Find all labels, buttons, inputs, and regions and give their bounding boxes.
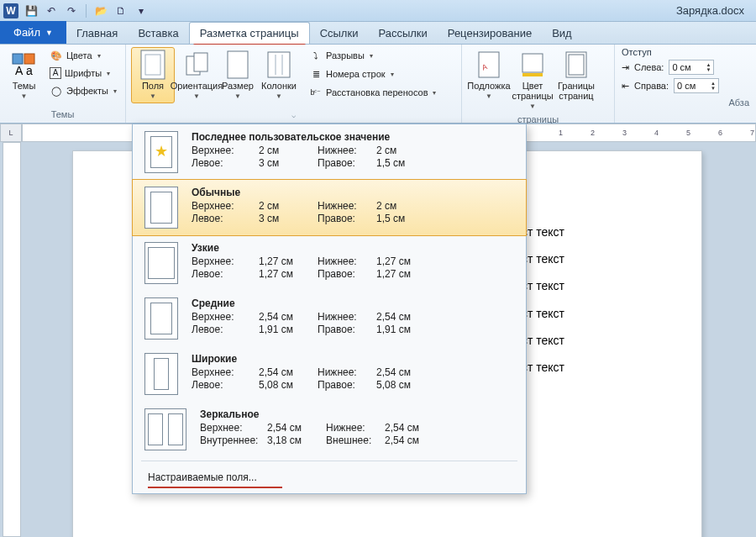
- ruler-number: 6: [718, 129, 722, 137]
- indent-left-icon: ⇥: [622, 62, 629, 73]
- chevron-down-icon: ▾: [107, 70, 110, 77]
- menu-separator: [141, 461, 517, 461]
- theme-colors-button[interactable]: 🎨Цвета▾: [46, 47, 120, 64]
- indent-right-label: Справа:: [634, 81, 669, 91]
- margin-preset-thumb: [144, 131, 178, 173]
- margins-button[interactable]: Поля ▼: [131, 47, 175, 103]
- svg-rect-1: [24, 54, 34, 64]
- group-themes: Aa Темы ▼ 🎨Цвета▾ AШрифты▾ ◯Эффекты▾ Тем…: [0, 45, 126, 123]
- columns-button[interactable]: Колонки ▼: [257, 47, 301, 103]
- margin-preset-values: Верхнее:2 смНижнее:2 смЛевое:3 смПравое:…: [192, 200, 514, 224]
- theme-fonts-button[interactable]: AШрифты▾: [46, 66, 120, 81]
- themes-button[interactable]: Aa Темы ▼: [5, 47, 43, 103]
- size-icon: [223, 50, 252, 79]
- margin-preset-title: Обычные: [192, 187, 514, 198]
- margin-preset-1[interactable]: ОбычныеВерхнее:2 смНижнее:2 смЛевое:3 см…: [132, 179, 527, 236]
- tab-вид[interactable]: Вид: [542, 22, 582, 44]
- indent-right-row: ⇤ Справа: 0 см▲▼: [622, 78, 749, 93]
- save-icon[interactable]: 💾: [24, 3, 39, 18]
- redo-icon[interactable]: ↷: [64, 3, 79, 18]
- margins-dropdown-menu: Последнее пользовательское значениеВерхн…: [132, 124, 527, 494]
- watermark-icon: A: [475, 50, 503, 79]
- underline-highlight: [148, 487, 282, 488]
- margin-preset-info: Последнее пользовательское значениеВерхн…: [192, 131, 514, 173]
- margin-preset-5[interactable]: ЗеркальноеВерхнее:2,54 смНижнее:2,54 смВ…: [133, 402, 526, 457]
- chevron-down-icon: ▾: [113, 87, 117, 95]
- indent-title: Отступ: [622, 47, 749, 57]
- vertical-ruler[interactable]: [3, 142, 21, 537]
- ribbon-tabs: Файл▼ ГлавнаяВставкаРазметка страницыСсы…: [0, 22, 756, 45]
- margin-preset-3[interactable]: СредниеВерхнее:2,54 смНижнее:2,54 смЛево…: [133, 291, 526, 346]
- page-color-icon: [518, 50, 547, 79]
- tab-file[interactable]: Файл▼: [0, 21, 66, 44]
- tab-главная[interactable]: Главная: [66, 22, 128, 44]
- title-bar: W 💾 ↶ ↷ 📂 🗋 ▾ Зарядка.docx: [0, 0, 756, 22]
- new-icon[interactable]: 🗋: [113, 3, 129, 18]
- margin-preset-info: УзкиеВерхнее:1,27 смНижнее:1,27 смЛевое:…: [192, 242, 514, 284]
- breaks-button[interactable]: ⤵Разрывы▾: [306, 47, 439, 64]
- themes-icon: Aa: [9, 50, 38, 79]
- indent-left-input[interactable]: 0 см▲▼: [669, 60, 714, 75]
- custom-margins-label: Настраиваемые поля...: [148, 471, 257, 483]
- indent-left-row: ⇥ Слева: 0 см▲▼: [622, 60, 749, 75]
- line-numbers-button[interactable]: ≣Номера строк▾: [306, 66, 439, 82]
- margin-preset-0[interactable]: Последнее пользовательское значениеВерхн…: [133, 124, 526, 180]
- watermark-button[interactable]: A Подложка ▼: [467, 47, 511, 103]
- line-numbers-label: Номера строк: [326, 69, 386, 79]
- tab-рецензирование[interactable]: Рецензирование: [438, 22, 542, 44]
- breaks-icon: ⤵: [309, 49, 323, 62]
- hyphenation-icon: bᶜ⁻: [309, 86, 323, 99]
- effects-icon: ◯: [50, 84, 63, 97]
- tab-разметка-страницы[interactable]: Разметка страницы: [189, 22, 310, 44]
- margin-preset-thumb: [144, 353, 178, 395]
- indent-right-input[interactable]: 0 см▲▼: [674, 78, 719, 93]
- quick-access-toolbar: W 💾 ↶ ↷ 📂 🗋 ▾: [3, 3, 149, 18]
- hyphenation-button[interactable]: bᶜ⁻Расстановка переносов▾: [306, 84, 439, 101]
- orientation-button[interactable]: Ориентация ▼: [175, 47, 218, 103]
- margin-preset-title: Зеркальное: [200, 408, 514, 420]
- group-page-setup-label[interactable]: [131, 108, 456, 121]
- ruler-number: 1: [559, 129, 563, 137]
- columns-icon: [265, 50, 293, 79]
- spinner-icon[interactable]: ▲▼: [706, 62, 711, 72]
- theme-fonts-label: Шрифты: [65, 68, 102, 78]
- chevron-down-icon: ▼: [21, 92, 28, 100]
- svg-text:a: a: [26, 64, 33, 77]
- tab-рассылки[interactable]: Рассылки: [368, 22, 437, 44]
- margin-preset-thumb: [144, 408, 186, 450]
- group-paragraph: Отступ ⇥ Слева: 0 см▲▼ ⇤ Справа: 0 см▲▼ …: [615, 45, 756, 123]
- tab-file-label: Файл: [13, 26, 40, 39]
- page-color-button[interactable]: Цвет страницы ▼: [511, 47, 554, 113]
- hyphenation-label: Расстановка переносов: [326, 87, 428, 97]
- chevron-down-icon: ▼: [150, 92, 156, 100]
- custom-margins-item[interactable]: Настраиваемые поля...: [133, 465, 526, 490]
- breaks-label: Разрывы: [326, 50, 365, 61]
- svg-rect-8: [228, 51, 248, 78]
- open-icon[interactable]: 📂: [93, 3, 108, 18]
- chevron-down-icon: ▾: [433, 89, 436, 97]
- group-page-setup: Поля ▼ Ориентация ▼ Размер ▼ Колонки ▼ ⤵…: [126, 45, 462, 123]
- margin-preset-title: Узкие: [192, 242, 514, 254]
- size-button-label: Размер: [222, 81, 254, 91]
- margin-preset-2[interactable]: УзкиеВерхнее:1,27 смНижнее:1,27 смЛевое:…: [133, 235, 526, 291]
- page-borders-button[interactable]: Границы страниц: [554, 47, 598, 104]
- line-numbers-icon: ≣: [309, 67, 323, 81]
- undo-icon[interactable]: ↶: [44, 3, 59, 18]
- margin-preset-info: ШирокиеВерхнее:2,54 смНижнее:2,54 смЛево…: [192, 353, 514, 395]
- theme-effects-button[interactable]: ◯Эффекты▾: [46, 82, 120, 99]
- chevron-down-icon: ▼: [486, 92, 492, 100]
- tab-ссылки[interactable]: Ссылки: [310, 22, 369, 44]
- qat-more-icon[interactable]: ▾: [134, 3, 149, 18]
- chevron-down-icon: ▼: [193, 92, 200, 100]
- margin-preset-4[interactable]: ШирокиеВерхнее:2,54 смНижнее:2,54 смЛево…: [133, 346, 526, 402]
- margin-preset-info: ОбычныеВерхнее:2 смНижнее:2 смЛевое:3 см…: [192, 187, 514, 229]
- svg-rect-16: [566, 52, 586, 77]
- indent-right-value: 0 см: [677, 81, 696, 91]
- page-color-label: Цвет страницы: [512, 81, 553, 101]
- ruler-number: 2: [591, 129, 595, 137]
- orientation-button-label: Ориентация: [171, 81, 223, 91]
- margin-preset-thumb: [144, 187, 178, 229]
- spinner-icon[interactable]: ▲▼: [711, 81, 716, 91]
- tab-вставка[interactable]: Вставка: [128, 22, 188, 44]
- size-button[interactable]: Размер ▼: [218, 47, 257, 103]
